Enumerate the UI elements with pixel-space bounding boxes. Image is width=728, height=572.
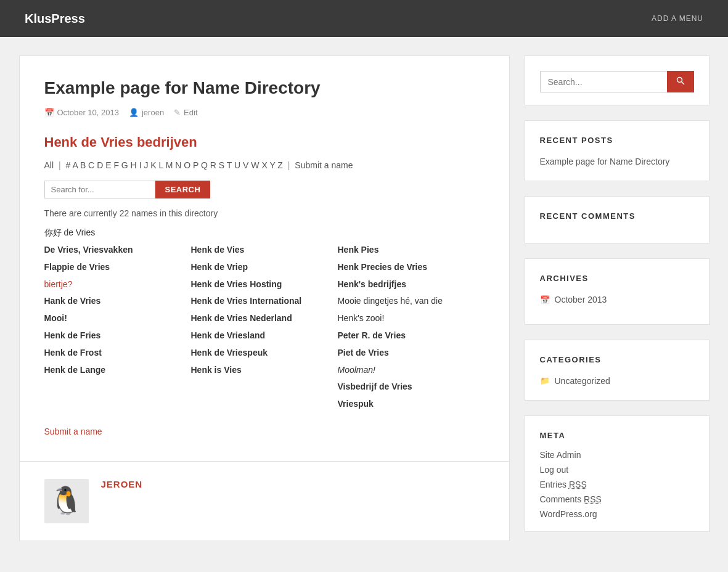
name-item[interactable]: Henk de Vries Nederland [191, 311, 338, 326]
alpha-R[interactable]: R [210, 160, 216, 170]
alpha-Z[interactable]: Z [277, 160, 283, 170]
alpha-L[interactable]: L [159, 160, 163, 170]
alpha-J[interactable]: J [144, 160, 148, 170]
alpha-F[interactable]: F [113, 160, 119, 170]
archive-item-0: 📅 October 2013 [540, 293, 694, 306]
alpha-Y[interactable]: Y [269, 160, 275, 170]
add-menu-link[interactable]: ADD A MENU [652, 14, 703, 23]
svg-line-1 [681, 82, 684, 85]
name-item[interactable]: Flappie de Vries [44, 260, 191, 275]
alpha-I[interactable]: I [139, 160, 142, 170]
name-item[interactable]: Henk de Frost [44, 346, 191, 361]
recent-posts-title: RECENT POSTS [540, 136, 694, 145]
entries-rss-abbr: RSS [569, 480, 587, 489]
directory-search-input[interactable] [44, 181, 155, 198]
alpha-G[interactable]: G [121, 160, 128, 170]
directory-search-button[interactable]: SEARCH [155, 181, 211, 198]
alpha-P[interactable]: P [193, 160, 198, 170]
alpha-K[interactable]: K [150, 160, 156, 170]
meta-comments-rss[interactable]: Comments RSS [540, 494, 694, 504]
name-item [338, 226, 485, 240]
sidebar: RECENT POSTS Example page for Name Direc… [525, 55, 710, 547]
alpha-B[interactable]: B [80, 160, 86, 170]
name-item [44, 397, 191, 412]
alpha-O[interactable]: O [184, 160, 190, 170]
name-item[interactable]: Henk de Vriespeuk [191, 346, 338, 361]
alpha-S[interactable]: S [219, 160, 224, 170]
meta-log-out[interactable]: Log out [540, 465, 694, 475]
folder-icon: 📁 [540, 376, 550, 385]
name-item[interactable]: Henk's bedrijfjes [338, 277, 485, 292]
alpha-C[interactable]: C [88, 160, 94, 170]
category-link-0[interactable]: Uncategorized [555, 374, 610, 388]
alpha-A[interactable]: A [72, 160, 78, 170]
site-header: KlusPress ADD A MENU [0, 0, 728, 37]
sidebar-search-button[interactable] [667, 71, 694, 92]
meta-widget: META Site Admin Log out Entries RSS Comm… [525, 415, 710, 532]
name-item[interactable]: 你好 de Vries [44, 226, 191, 240]
alpha-X[interactable]: X [261, 160, 267, 170]
post-edit-meta[interactable]: ✎ Edit [174, 108, 197, 117]
name-item[interactable]: Peter R. de Vries [338, 329, 485, 343]
alpha-T[interactable]: T [227, 160, 232, 170]
name-item[interactable]: Henk de Vies [191, 243, 338, 258]
name-item[interactable]: Henk's zooi! [338, 311, 485, 326]
name-item[interactable]: Henk de Vriesland [191, 329, 338, 343]
author-info: JEROEN [101, 479, 143, 490]
meta-links-list: Site Admin Log out Entries RSS Comments … [540, 450, 694, 519]
search-widget [525, 55, 710, 105]
alpha-D[interactable]: D [97, 160, 103, 170]
alpha-submit-link[interactable]: Submit a name [295, 160, 353, 170]
post-meta: 📅 October 10, 2013 👤 jeroen ✎ Edit [44, 108, 485, 117]
alpha-V[interactable]: V [243, 160, 248, 170]
submit-bottom-link[interactable]: Submit a name [44, 427, 485, 436]
alpha-U[interactable]: U [234, 160, 240, 170]
name-item[interactable]: Henk Precies de Vries [338, 260, 485, 275]
meta-entries-rss[interactable]: Entries RSS [540, 480, 694, 489]
name-item[interactable]: Henk de Vries International [191, 294, 338, 309]
author-card: 🐧 JEROEN [19, 462, 510, 541]
sidebar-search-row [540, 71, 694, 92]
alpha-M[interactable]: M [166, 160, 173, 170]
alpha-E[interactable]: E [105, 160, 111, 170]
name-item[interactable]: Hank de Vries [44, 294, 191, 309]
name-item[interactable]: Mooie dingetjes hé, van die [338, 294, 485, 309]
meta-wordpress-org[interactable]: WordPress.org [540, 509, 694, 519]
name-item[interactable]: De Vries, Vriesvakken [44, 243, 191, 258]
alpha-all[interactable]: All [44, 160, 54, 170]
directory-section: Henk de Vries bedrijven All | # A B C D … [44, 134, 485, 436]
name-item[interactable]: Henk is Vies [191, 363, 338, 378]
name-item[interactable]: biertje? [44, 277, 191, 292]
name-item[interactable]: Henk de Vries Hosting [191, 277, 338, 292]
alpha-nav: All | # A B C D E F G [44, 158, 485, 173]
search-icon [676, 76, 685, 85]
alpha-Q[interactable]: Q [201, 160, 208, 170]
alpha-W[interactable]: W [251, 160, 259, 170]
edit-icon: ✎ [174, 108, 181, 117]
directory-title: Henk de Vries bedrijven [44, 134, 485, 150]
name-item[interactable]: Piet de Vries [338, 346, 485, 361]
person-icon: 👤 [129, 108, 139, 117]
recent-post-link-0[interactable]: Example page for Name Directory [540, 155, 694, 168]
alpha-hash[interactable]: # [65, 160, 70, 170]
name-item[interactable]: Visbedrijf de Vries [338, 380, 485, 394]
name-item[interactable]: Henk de Fries [44, 329, 191, 343]
alpha-H[interactable]: H [131, 160, 137, 170]
recent-posts-widget: RECENT POSTS Example page for Name Direc… [525, 120, 710, 181]
name-item [44, 380, 191, 394]
name-item[interactable]: Henk de Vriep [191, 260, 338, 275]
calendar-small-icon: 📅 [540, 295, 550, 304]
avatar-penguin-icon: 🐧 [49, 488, 83, 515]
sidebar-search-input[interactable] [540, 71, 667, 92]
name-item[interactable]: Henk Pies [338, 243, 485, 258]
comments-rss-abbr: RSS [584, 494, 602, 504]
meta-site-admin[interactable]: Site Admin [540, 450, 694, 460]
name-item[interactable]: Henk de Lange [44, 363, 191, 378]
name-item[interactable]: Moolman! [338, 363, 485, 378]
name-item[interactable]: Vriespuk [338, 397, 485, 412]
name-item[interactable]: Mooi! [44, 311, 191, 326]
categories-title: CATEGORIES [540, 355, 694, 364]
archive-link-0[interactable]: October 2013 [555, 293, 607, 306]
alpha-N[interactable]: N [175, 160, 181, 170]
edit-label: Edit [184, 108, 197, 117]
